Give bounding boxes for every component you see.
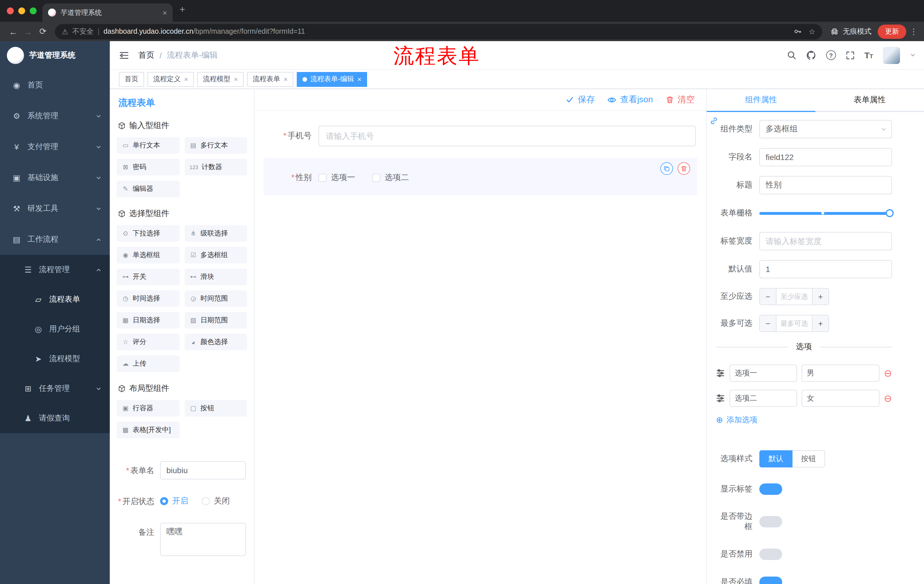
search-icon[interactable] [787, 50, 796, 60]
phone-field-widget[interactable]: *手机号 [264, 119, 697, 153]
stepper-increase-button[interactable]: + [812, 316, 828, 331]
remove-option-icon[interactable]: ⊖ [884, 393, 892, 403]
gender-option-2-checkbox[interactable]: 选项二 [372, 173, 409, 183]
reload-button[interactable]: ⟳ [35, 26, 50, 36]
label-width-input[interactable] [759, 232, 892, 250]
button-chip[interactable]: ▢按钮 [185, 400, 247, 416]
back-button[interactable]: ← [6, 26, 21, 36]
sidebar-item-payment[interactable]: ¥ 支付管理 [0, 132, 110, 162]
editor-chip[interactable]: ✎编辑器 [117, 181, 179, 197]
security-label[interactable]: 不安全 [72, 26, 94, 36]
tag-process-definition[interactable]: 流程定义 × [147, 72, 194, 87]
sidebar-item-infrastructure[interactable]: ▣ 基础设施 [0, 162, 110, 193]
save-button[interactable]: 保存 [566, 94, 595, 105]
tag-close-icon[interactable]: × [234, 75, 238, 83]
form-name-input[interactable] [160, 461, 246, 479]
link-icon[interactable] [710, 117, 718, 125]
minimize-window-button[interactable] [18, 7, 25, 14]
show-label-toggle[interactable] [759, 484, 782, 495]
font-size-icon[interactable]: TT [864, 50, 873, 60]
tag-home[interactable]: 首页 [119, 72, 144, 87]
row-container-chip[interactable]: ▣行容器 [117, 400, 179, 416]
tag-close-icon[interactable]: × [284, 75, 288, 83]
sidebar-item-workflow[interactable]: ▤ 工作流程 [0, 224, 110, 255]
stepper-increase-button[interactable]: + [812, 289, 828, 304]
option-2-label-input[interactable] [729, 390, 797, 407]
sidebar-item-leave-query[interactable]: ♟ 请假查询 [0, 403, 110, 433]
color-picker-chip[interactable]: ◕颜色选择 [185, 334, 247, 350]
sidebar-item-devtools[interactable]: ⚒ 研发工具 [0, 193, 110, 224]
tag-process-form-edit[interactable]: 流程表单-编辑 × [297, 72, 367, 87]
border-toggle[interactable] [759, 516, 782, 527]
counter-chip[interactable]: 123计数器 [185, 159, 247, 175]
drag-handle-icon[interactable] [716, 368, 725, 378]
form-remark-textarea[interactable]: 嘿嘿 [160, 523, 246, 556]
phone-input[interactable] [318, 126, 696, 146]
breadcrumb-home[interactable]: 首页 [139, 50, 154, 60]
select-chip[interactable]: ⊙下拉选择 [117, 225, 179, 242]
title-input[interactable] [759, 176, 892, 194]
text-input-chip[interactable]: ▭单行文本 [117, 137, 179, 154]
disabled-toggle[interactable] [759, 549, 782, 560]
browser-tab[interactable]: 芋道管理系统 × [42, 3, 173, 22]
github-icon[interactable] [806, 50, 816, 60]
date-picker-chip[interactable]: ▦日期选择 [117, 312, 179, 329]
component-type-select[interactable]: 多选框组 [759, 120, 892, 138]
sidebar-item-task-management[interactable]: ⊞ 任务管理 [0, 374, 110, 403]
time-range-chip[interactable]: ◶时间范围 [185, 290, 247, 307]
tab-form-props[interactable]: 表单属性 [815, 89, 924, 111]
bookmark-star-icon[interactable]: ☆ [809, 27, 815, 36]
maximize-window-button[interactable] [30, 7, 36, 14]
copy-widget-button[interactable] [660, 162, 673, 175]
default-value-input[interactable] [759, 260, 892, 278]
time-picker-chip[interactable]: ◷时间选择 [117, 290, 179, 307]
close-window-button[interactable] [7, 7, 14, 14]
option-2-value-input[interactable] [802, 390, 879, 407]
sidebar-item-process-model[interactable]: ➤ 流程模型 [0, 344, 110, 374]
field-name-input[interactable] [759, 148, 892, 166]
status-radio-on[interactable]: 开启 [160, 496, 188, 506]
address-bar[interactable]: ⚠ 不安全 | dashboard.yudao.iocoder.cn /bpm/… [55, 24, 822, 39]
tag-process-model[interactable]: 流程模型 × [197, 72, 244, 87]
view-json-button[interactable]: 查看json [607, 94, 653, 105]
upload-chip[interactable]: ☁上传 [117, 355, 179, 372]
sidebar-item-home[interactable]: ◉ 首页 [0, 70, 110, 100]
remove-option-icon[interactable]: ⊖ [884, 368, 892, 378]
new-tab-button[interactable]: + [180, 4, 185, 15]
password-chip[interactable]: ⊠密码 [117, 159, 179, 175]
browser-menu-button[interactable]: ⋮ [909, 27, 918, 36]
tag-process-form[interactable]: 流程表单 × [247, 72, 293, 87]
slider-handle[interactable] [886, 209, 894, 217]
sidebar-item-system[interactable]: ⚙ 系统管理 [0, 100, 110, 132]
sidebar-item-process-form[interactable]: ▱ 流程表单 [0, 285, 110, 314]
key-icon[interactable] [794, 28, 802, 35]
form-grid-slider[interactable] [759, 204, 892, 222]
tag-close-icon[interactable]: × [184, 75, 188, 83]
tag-close-icon[interactable]: × [357, 75, 361, 83]
sidebar-item-process-management[interactable]: ☰ 流程管理 [0, 255, 110, 285]
fullscreen-icon[interactable] [845, 51, 855, 60]
forward-button[interactable]: → [21, 26, 35, 36]
add-option-button[interactable]: ⊕ 添加选项 [716, 415, 892, 425]
tab-close-icon[interactable]: × [163, 8, 167, 17]
option-1-label-input[interactable] [729, 365, 797, 382]
user-avatar[interactable] [883, 46, 900, 64]
textarea-chip[interactable]: ▤多行文本 [185, 137, 247, 154]
help-icon[interactable]: ? [826, 50, 836, 60]
option-1-value-input[interactable] [802, 365, 879, 382]
rate-chip[interactable]: ☆评分 [117, 334, 179, 350]
cascader-chip[interactable]: ⋔级联选择 [185, 225, 247, 242]
max-select-value[interactable]: 最多可选 [777, 316, 812, 331]
style-default-button[interactable]: 默认 [759, 450, 792, 467]
status-radio-off[interactable]: 关闭 [202, 496, 230, 506]
tab-component-props[interactable]: 组件属性 [707, 89, 815, 111]
browser-update-button[interactable]: 更新 [878, 24, 906, 39]
stepper-decrease-button[interactable]: − [760, 316, 777, 331]
min-select-value[interactable]: 至少应选 [777, 289, 812, 304]
stepper-decrease-button[interactable]: − [760, 289, 777, 304]
slider-chip[interactable]: ⊷滑块 [185, 268, 247, 285]
sidebar-item-user-group[interactable]: ◎ 用户分组 [0, 314, 110, 344]
required-toggle[interactable] [759, 577, 782, 584]
checkbox-group-chip[interactable]: ☑多选框组 [185, 247, 247, 263]
radio-group-chip[interactable]: ◉单选框组 [117, 247, 179, 263]
